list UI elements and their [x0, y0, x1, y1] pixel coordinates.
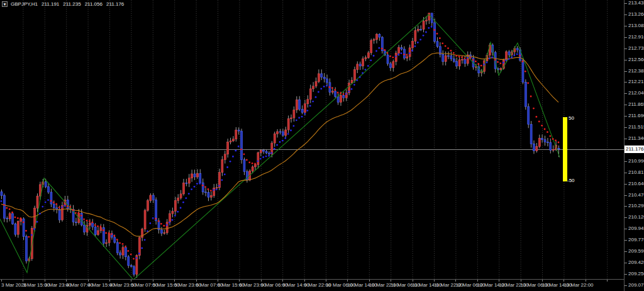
candle-body-bear: [448, 55, 450, 56]
candle-body-bear: [160, 230, 162, 233]
ma-dot: [276, 144, 278, 146]
price-axis-tick: [625, 173, 627, 173]
time-axis[interactable]: 3 Mar 20263 Mar 15:003 Mar 23:004 Mar 07…: [0, 280, 624, 291]
one-click-trading-toggle-icon[interactable]: ▾: [2, 1, 8, 7]
candle-body-bear: [205, 192, 207, 193]
ma-dot: [483, 64, 485, 66]
candle-body-bull: [353, 69, 355, 80]
ma-dot: [516, 54, 518, 55]
price-axis-label: 209.770: [628, 237, 644, 243]
candle: [243, 157, 245, 175]
candle-body-bull: [417, 29, 419, 30]
candle: [436, 37, 438, 48]
chart-title: ▾ GBPJPY,H1 211.191 211.235 211.056 211.…: [2, 1, 124, 7]
candle: [144, 209, 146, 232]
candle: [106, 239, 108, 247]
candle-body-bull: [536, 147, 538, 151]
ma-dot: [202, 185, 204, 186]
time-axis-tick: [326, 280, 326, 282]
candle: [478, 64, 480, 77]
ma-dot: [549, 135, 551, 137]
candle-body-bear: [14, 224, 16, 234]
ma-dot: [185, 197, 187, 199]
candle: [541, 135, 543, 143]
candle-body-bear: [464, 59, 466, 64]
ma-dot: [235, 150, 236, 152]
ma-dot: [318, 91, 319, 93]
candle: [50, 189, 52, 207]
candle: [186, 179, 187, 186]
candle: [9, 212, 11, 222]
candle-body-bull: [552, 149, 554, 150]
candle-body-bear: [343, 95, 345, 98]
candle: [191, 169, 193, 181]
candle-body-bull: [318, 74, 319, 82]
candle-body-bull: [392, 62, 394, 68]
candle: [528, 103, 530, 128]
candle: [128, 255, 130, 268]
ma-dot: [345, 93, 347, 95]
candle: [119, 250, 121, 258]
candle: [373, 38, 375, 43]
current-price-badge: 211.176: [625, 146, 644, 153]
candle: [155, 197, 157, 224]
price-axis-label: 211.515: [628, 125, 644, 130]
ma-dot: [290, 130, 292, 132]
ma-dot: [246, 159, 248, 161]
chart-title-symbol: GBPJPY,H1: [11, 1, 38, 7]
candle-body-bear: [48, 186, 50, 192]
chart-title-low: 211.056: [85, 1, 103, 7]
price-axis-tick: [625, 48, 627, 49]
candle: [17, 220, 19, 238]
candle: [257, 152, 259, 169]
price-axis-label: 211.865: [628, 102, 644, 107]
candle: [116, 240, 118, 255]
price-axis-label: 209.075: [628, 283, 644, 288]
candle: [401, 45, 402, 50]
ma-dot: [14, 217, 16, 219]
ma-dot: [23, 222, 25, 224]
ma-dot: [491, 57, 493, 59]
chart-canvas[interactable]: [0, 0, 624, 279]
candle-body-bear: [119, 253, 121, 255]
candle-body-bear: [335, 91, 336, 97]
price-axis-tick: [625, 105, 627, 105]
candle-body-bull: [260, 151, 262, 153]
ma-dot: [477, 63, 479, 65]
candle: [224, 151, 226, 163]
candle-body-bear: [321, 74, 323, 77]
ma-dot: [243, 153, 245, 155]
ma-dot: [508, 58, 510, 60]
candle: [133, 265, 135, 277]
candle: [238, 127, 240, 134]
ma-dot: [9, 208, 11, 210]
candle: [375, 33, 377, 43]
candle-body-bull: [232, 139, 234, 141]
chart-plot-area[interactable]: [0, 0, 624, 279]
price-axis-tick: [625, 195, 627, 196]
ma-dot: [31, 234, 33, 236]
candle-body-bull: [36, 196, 38, 208]
zigzag-line: [0, 14, 560, 279]
ma-dot: [248, 161, 250, 163]
ma-dot: [365, 69, 367, 71]
ma-dot: [169, 222, 170, 224]
candle-body-bull: [221, 159, 223, 172]
ma-dot: [312, 101, 314, 103]
candle-body-bear: [152, 195, 154, 200]
candle-body-bear: [442, 55, 444, 62]
time-axis-tick: [434, 280, 435, 282]
ma-dot: [97, 225, 99, 227]
ma-dot: [527, 82, 529, 84]
ma-dot: [199, 183, 201, 185]
candle-body-bull: [213, 188, 215, 195]
candle-body-bear: [186, 183, 187, 183]
ma-dot: [17, 217, 19, 219]
candle: [420, 25, 422, 31]
ma-dot: [519, 55, 521, 57]
candle-body-bear: [208, 193, 209, 197]
ma-dot: [397, 54, 399, 55]
candle-body-bull: [150, 195, 152, 201]
candle: [172, 208, 174, 217]
ma-dot: [326, 85, 328, 87]
